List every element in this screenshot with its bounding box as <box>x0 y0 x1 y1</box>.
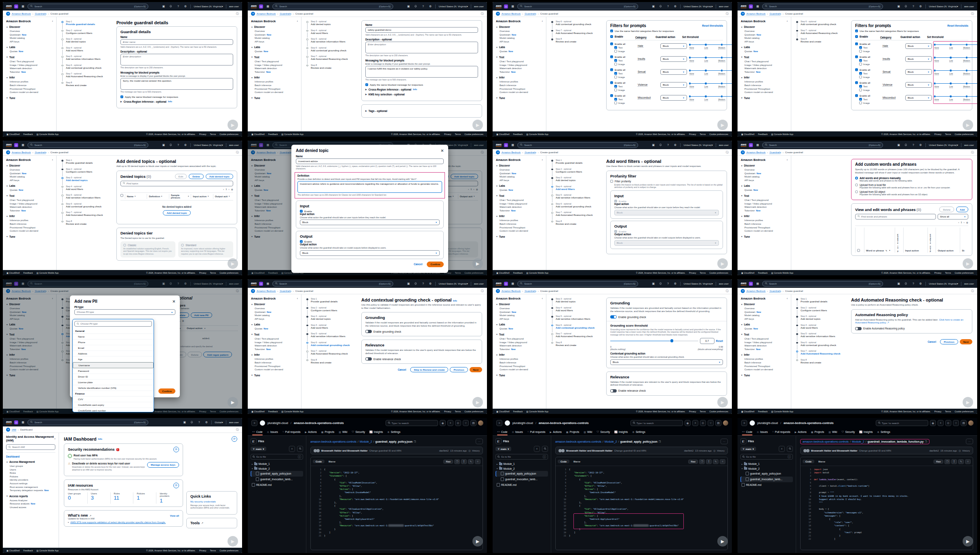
cancel-link[interactable]: Cancel <box>398 368 406 371</box>
sidebar-item-api-keys[interactable]: API keys <box>741 317 788 321</box>
line-number[interactable]: 15 <box>801 514 814 517</box>
notifications-bell-icon[interactable] <box>658 143 663 147</box>
line-number[interactable]: 8 <box>556 491 569 494</box>
line-number[interactable]: 2 <box>556 471 569 474</box>
screencast-play-icon[interactable]: ▶ <box>963 120 973 130</box>
screencast-play-icon[interactable]: ▶ <box>228 536 238 547</box>
avatar[interactable] <box>478 420 483 426</box>
sidebar-item-batch-inference[interactable]: Batch inference <box>251 84 298 87</box>
line-number[interactable]: 7 <box>801 487 814 491</box>
screencast-play-icon[interactable]: ▶ <box>963 258 973 269</box>
sidebar-item-tokenizer[interactable]: TokenizerNew <box>741 209 788 213</box>
code-tab[interactable]: Code <box>803 460 814 463</box>
tab-settings[interactable]: ⚙Settings <box>877 428 890 435</box>
sidebar-group-test[interactable]: ▼Test <box>741 56 788 59</box>
blame-tab[interactable]: Blame <box>326 460 338 463</box>
sidebar-item-chat-text-playground[interactable]: Chat / Text playground <box>741 60 788 63</box>
reset-link[interactable]: Reset <box>716 340 723 342</box>
privacy-link[interactable]: Privacy <box>444 410 451 413</box>
line-number[interactable]: 2 <box>801 471 814 474</box>
notifications-bell-icon[interactable] <box>169 4 173 8</box>
info-icon[interactable]: ⓘ <box>481 12 484 16</box>
feedback-link[interactable]: Feedback <box>513 133 523 135</box>
screencast-play-icon[interactable]: ▶ <box>963 397 973 407</box>
sidebar-item-image-video-playground[interactable]: Image / Video playground <box>741 63 788 67</box>
sidebar-item-image-video-playground[interactable]: Image / Video playground <box>496 202 543 206</box>
feedback-link[interactable]: Feedback <box>23 549 33 552</box>
wizard-step-5[interactable]: Step 5 - optionalAdd sensitive informati… <box>796 332 845 338</box>
sidebar-item-provisioned-throughput[interactable]: Provisioned Throughput <box>496 365 543 368</box>
opt3-radio[interactable] <box>855 190 858 193</box>
sidebar-item-batch-inference[interactable]: Batch inference <box>496 84 543 87</box>
history-link[interactable]: History <box>962 449 970 452</box>
sidebar-item-overview[interactable]: Overview <box>496 168 543 172</box>
code-tab[interactable]: Code <box>313 460 325 463</box>
copy-file-icon[interactable]: ❐ <box>944 459 950 464</box>
tab-pull-requests[interactable]: ⑂Pull requests <box>527 428 546 435</box>
sidebar-collapse-icon[interactable]: ‹ <box>55 437 55 440</box>
apply-same-message-checkbox[interactable]: ✓ <box>120 95 123 98</box>
sidebar-item-quotas[interactable]: QuotasNew <box>496 50 543 53</box>
expand-icon[interactable]: ⌗ <box>475 459 481 464</box>
sidebar-item-chat-text-playground[interactable]: Chat / Text playground <box>741 337 788 341</box>
org-link[interactable]: pluralsight-cloud <box>757 422 778 424</box>
threshold-slider-cell[interactable]: NoneLowMediumHigh <box>934 55 977 62</box>
line-number[interactable]: 3 <box>801 474 814 477</box>
threshold-level-medium[interactable]: Medium <box>963 73 970 75</box>
grounding-toggle[interactable] <box>365 330 372 333</box>
service-icon[interactable]: ◎ <box>504 282 508 286</box>
skip-to-review-button[interactable]: Skip to Review and create <box>410 367 448 372</box>
wizard-step-3[interactable]: Step 3 - optionalAdd denied topics <box>61 38 110 43</box>
cloudshell-link[interactable]: ▣ CloudShell <box>741 272 754 274</box>
line-number[interactable]: 20 <box>556 531 569 534</box>
sidebar-item-chat-text-playground[interactable]: Chat / Text playground <box>251 60 298 63</box>
breadcrumb-item[interactable]: amazon-bedrock-operations-controls <box>803 440 849 443</box>
copy-path-icon[interactable]: ❐ <box>659 440 661 443</box>
account-menu[interactable]: aws-user <box>964 144 974 146</box>
privacy-link[interactable]: Privacy <box>199 549 207 552</box>
line-number[interactable]: 1 <box>801 468 814 471</box>
pii-option-address[interactable]: Address <box>73 351 154 357</box>
sidebar-group-test[interactable]: ▼Test <box>251 333 298 336</box>
cross-region-expander[interactable]: ▶Cross-Region inference - optionalInfo <box>120 100 233 103</box>
apps-grid-icon[interactable]: ▦ <box>755 143 760 147</box>
sidebar-item-inference-profiles[interactable]: Inference profiles <box>251 80 298 84</box>
kms-expander[interactable]: ▶KMS key selection - optional <box>365 93 478 96</box>
enable-all-checkbox[interactable]: – <box>855 94 858 97</box>
settings-gear-icon[interactable]: ⚙ <box>673 4 677 8</box>
description-textarea[interactable]: Enter description <box>365 42 478 53</box>
line-number[interactable]: 14 <box>556 511 569 514</box>
ar-policy-toggle[interactable] <box>855 327 862 330</box>
nav-menu-icon[interactable]: ≡ <box>741 12 745 16</box>
wizard-step-4[interactable]: Step 4 - optionalAdd word filters <box>551 185 600 191</box>
create-new-icon[interactable]: + <box>938 420 944 426</box>
sidebar-group-labs[interactable]: ▼Labs <box>6 46 53 49</box>
line-number[interactable]: 15 <box>311 514 324 517</box>
cloudshell-link[interactable]: ▣ CloudShell <box>6 133 20 135</box>
cookie-preferences-link[interactable]: Cookie preferences <box>464 133 483 135</box>
privacy-link[interactable]: Privacy <box>934 410 942 413</box>
search-input[interactable]: Search[Option+S] <box>762 281 883 287</box>
output-action-select[interactable]: Block▼ <box>300 250 440 256</box>
sidebar-item-custom-model-on-demand[interactable]: Custom model on-demand <box>6 229 53 233</box>
sidebar-item-model-catalog[interactable]: Model catalog <box>6 175 53 179</box>
sidebar-item-batch-inference[interactable]: Batch inference <box>251 361 298 365</box>
commit-message[interactable]: Change guardrail ID and ARN <box>614 449 646 452</box>
sidebar-item-quotas[interactable]: QuotasNew <box>251 50 298 53</box>
privacy-link[interactable]: Privacy <box>199 272 207 274</box>
sidebar-item-model-catalog[interactable]: Model catalog <box>496 314 543 317</box>
sidebar-item-watermark-detection[interactable]: Watermark detection <box>741 344 788 348</box>
threshold-slider-cell[interactable]: NoneLowMediumHigh <box>934 68 977 75</box>
tree-item-guardrail-apply-policy-json[interactable]: guardrail_apply_policy.json <box>495 471 548 477</box>
threshold-slider[interactable] <box>934 56 977 59</box>
opt1-radio[interactable] <box>855 177 858 179</box>
sidebar-item-custom-model-on-demand[interactable]: Custom model on-demand <box>496 368 543 371</box>
console-mobile-link[interactable]: ▤ Console Mobile App <box>36 272 59 274</box>
sidebar-group-discover[interactable]: ▼Discover <box>251 303 298 306</box>
cloudshell-icon[interactable]: ▣ <box>161 4 166 8</box>
line-number[interactable]: 13 <box>311 507 324 511</box>
image-checkbox[interactable] <box>859 101 862 104</box>
sort-icon[interactable]: ▼ <box>161 195 162 197</box>
apps-grid-icon[interactable]: ▦ <box>266 281 270 286</box>
pii-option-password[interactable]: Password <box>73 368 154 374</box>
